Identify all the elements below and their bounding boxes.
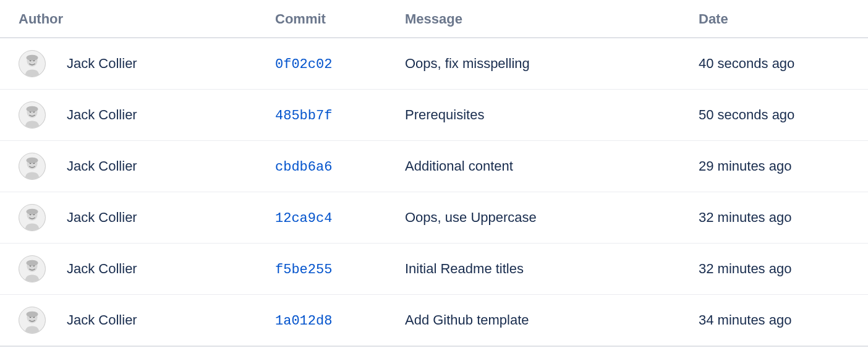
table-row: Jack Collierf5be255Initial Readme titles… xyxy=(0,244,868,295)
author-name: Jack Collier xyxy=(67,158,137,174)
commit-date: 40 seconds ago xyxy=(699,56,794,71)
avatar[interactable] xyxy=(19,255,46,282)
commit-hash-link[interactable]: 485bb7f xyxy=(275,108,332,124)
commits-table: Author Commit Message Date Jack Collier0… xyxy=(0,0,868,347)
author-cell: Jack Collier xyxy=(0,141,275,192)
message-cell: Add Github template xyxy=(405,295,699,347)
commit-hash-link[interactable]: 0f02c02 xyxy=(275,57,332,72)
commit-date: 29 minutes ago xyxy=(699,158,791,174)
svg-point-24 xyxy=(26,260,38,266)
header-commit: Commit xyxy=(275,0,405,38)
commit-date: 34 minutes ago xyxy=(699,312,791,328)
commit-date: 50 seconds ago xyxy=(699,107,794,122)
author-cell: Jack Collier xyxy=(0,295,275,347)
svg-point-4 xyxy=(26,55,38,61)
table-row: Jack Collier1a012d8Add Github template34… xyxy=(0,295,868,347)
svg-point-14 xyxy=(26,158,38,164)
avatar[interactable] xyxy=(19,307,46,334)
commit-cell: 1a012d8 xyxy=(275,295,405,347)
commit-hash-link[interactable]: cbdb6a6 xyxy=(275,159,332,175)
commit-date: 32 minutes ago xyxy=(699,210,791,225)
commit-cell: 0f02c02 xyxy=(275,38,405,90)
svg-point-29 xyxy=(26,312,38,318)
message-cell: Oops, use Uppercase xyxy=(405,192,699,244)
commit-hash-link[interactable]: 1a012d8 xyxy=(275,313,332,329)
avatar[interactable] xyxy=(19,50,46,77)
author-name: Jack Collier xyxy=(67,312,137,328)
date-cell: 32 minutes ago xyxy=(699,192,868,244)
commit-message: Initial Readme titles xyxy=(405,261,524,276)
table-row: Jack Collier12ca9c4Oops, use Uppercase32… xyxy=(0,192,868,244)
commit-cell: 485bb7f xyxy=(275,90,405,141)
author-cell: Jack Collier xyxy=(0,192,275,244)
commit-message: Additional content xyxy=(405,158,513,174)
author-name: Jack Collier xyxy=(67,107,137,123)
message-cell: Additional content xyxy=(405,141,699,192)
commit-cell: cbdb6a6 xyxy=(275,141,405,192)
commit-message: Oops, fix misspelling xyxy=(405,56,530,71)
date-cell: 32 minutes ago xyxy=(699,244,868,295)
svg-point-9 xyxy=(26,106,38,113)
commit-date: 32 minutes ago xyxy=(699,261,791,276)
avatar[interactable] xyxy=(19,204,46,231)
author-cell: Jack Collier xyxy=(0,244,275,295)
table-row: Jack Collier485bb7fPrerequisites50 secon… xyxy=(0,90,868,141)
commit-hash-link[interactable]: f5be255 xyxy=(275,262,332,278)
commits-tbody: Jack Collier0f02c02Oops, fix misspelling… xyxy=(0,38,868,346)
author-name: Jack Collier xyxy=(67,261,137,277)
date-cell: 34 minutes ago xyxy=(699,295,868,347)
date-cell: 40 seconds ago xyxy=(699,38,868,90)
commit-hash-link[interactable]: 12ca9c4 xyxy=(275,211,332,226)
date-cell: 29 minutes ago xyxy=(699,141,868,192)
header-date: Date xyxy=(699,0,868,38)
author-cell: Jack Collier xyxy=(0,90,275,141)
table-header-row: Author Commit Message Date xyxy=(0,0,868,38)
author-cell: Jack Collier xyxy=(0,38,275,90)
commit-cell: f5be255 xyxy=(275,244,405,295)
commit-cell: 12ca9c4 xyxy=(275,192,405,244)
avatar[interactable] xyxy=(19,101,46,129)
author-name: Jack Collier xyxy=(67,56,137,72)
date-cell: 50 seconds ago xyxy=(699,90,868,141)
message-cell: Oops, fix misspelling xyxy=(405,38,699,90)
table-row: Jack Collier0f02c02Oops, fix misspelling… xyxy=(0,38,868,90)
header-message: Message xyxy=(405,0,699,38)
commit-message: Oops, use Uppercase xyxy=(405,210,537,225)
header-author: Author xyxy=(0,0,275,38)
author-name: Jack Collier xyxy=(67,210,137,226)
avatar[interactable] xyxy=(19,153,46,180)
commit-message: Prerequisites xyxy=(405,107,484,122)
message-cell: Initial Readme titles xyxy=(405,244,699,295)
svg-point-19 xyxy=(26,209,38,215)
commit-message: Add Github template xyxy=(405,312,529,328)
message-cell: Prerequisites xyxy=(405,90,699,141)
table-row: Jack Colliercbdb6a6Additional content29 … xyxy=(0,141,868,192)
